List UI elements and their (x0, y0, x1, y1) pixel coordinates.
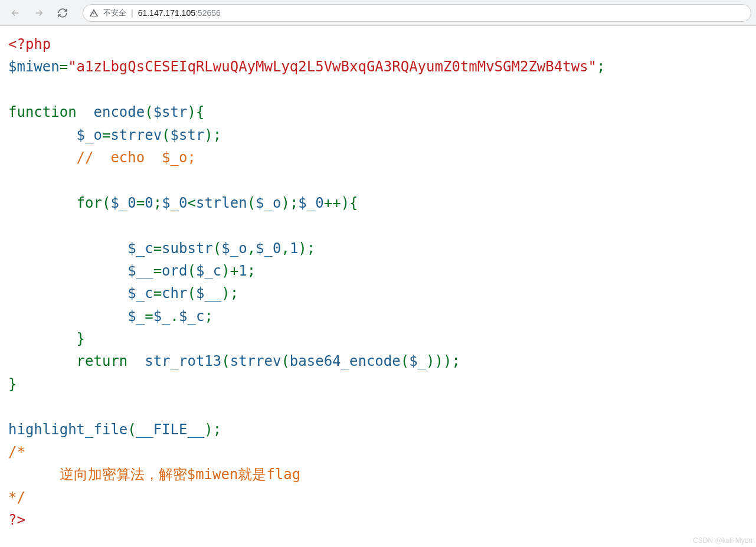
miwen-string: a1zLbgQsCESEIqRLwuQAyMwLyq2L5VwBxqGA3RQA… (77, 58, 588, 75)
insecure-icon (89, 8, 99, 18)
arrow-right-icon (34, 8, 44, 18)
php-close-tag: ?> (8, 512, 25, 528)
reload-button[interactable] (52, 4, 73, 22)
kw-function: function (8, 104, 77, 120)
insecure-label: 不安全 (103, 8, 126, 18)
url-host: 61.147.171.105 (138, 8, 195, 18)
separator: | (131, 8, 133, 18)
fn-highlight: highlight_file (8, 421, 127, 438)
var-miwen: $miwen (8, 58, 60, 75)
reload-icon (57, 8, 68, 18)
comment-echo: // echo $_o; (77, 149, 196, 166)
comment-body: 逆向加密算法，解密$miwen就是flag (60, 466, 301, 483)
php-open-tag: <?php (8, 36, 51, 53)
url-text: 61.147.171.105:52656 (138, 8, 221, 18)
arrow-left-icon (10, 8, 21, 18)
browser-toolbar: 不安全 | 61.147.171.105:52656 (0, 0, 756, 26)
url-port: :52656 (195, 8, 221, 18)
watermark: CSDN @kali-Myon (693, 536, 752, 545)
fn-encode: encode (94, 104, 145, 120)
back-button[interactable] (5, 4, 26, 22)
forward-button[interactable] (28, 4, 50, 22)
php-source: <?php $miwen="a1zLbgQsCESEIqRLwuQAyMwLyq… (0, 26, 756, 539)
comment-block-close: */ (8, 489, 25, 506)
address-bar[interactable]: 不安全 | 61.147.171.105:52656 (83, 4, 751, 22)
comment-block-open: /* (8, 444, 25, 460)
